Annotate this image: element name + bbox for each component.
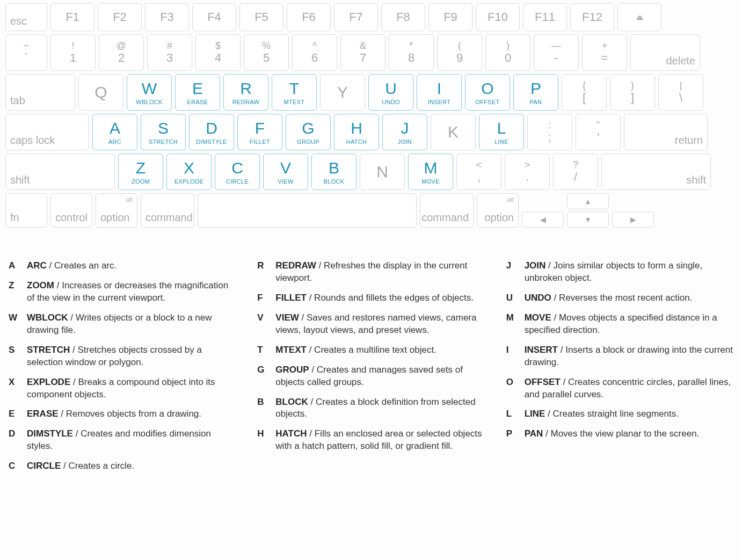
key-x[interactable]: XEXPLODE (166, 154, 212, 190)
key-f9[interactable]: F9 (428, 3, 472, 31)
key-shift-right[interactable]: shift (601, 154, 711, 190)
key-p[interactable]: PPAN (513, 74, 558, 111)
key-arrow-left[interactable]: ◀ (522, 212, 564, 228)
legend-item-o: OOFFSET / Creates concentric circles, pa… (506, 376, 733, 401)
key-return[interactable]: return (624, 114, 708, 150)
legend-item-l: LLINE / Creates straight line segments. (506, 408, 733, 420)
key-f7[interactable]: F7 (334, 3, 378, 31)
legend-item-i: IINSERT / Inserts a block or drawing int… (506, 344, 733, 369)
key-l[interactable]: LLINE (479, 114, 524, 150)
key-o[interactable]: OOFFSET (465, 74, 510, 111)
key-y[interactable]: Y (320, 74, 365, 111)
key-q[interactable]: Q (78, 74, 123, 111)
key-b[interactable]: BBLOCK (311, 154, 357, 190)
key-fn[interactable]: fn (5, 193, 47, 228)
key-num-10[interactable]: )0 (485, 34, 530, 71)
key-delete[interactable]: delete (630, 34, 700, 71)
key-i[interactable]: IINSERT (417, 74, 462, 111)
key-f12[interactable]: F12 (570, 3, 614, 31)
key-z[interactable]: ZZOOM (118, 154, 163, 190)
key-num-4[interactable]: $4 (195, 34, 241, 71)
key-f1[interactable]: F1 (50, 3, 94, 31)
key-e[interactable]: EERASE (175, 74, 220, 111)
key-f2[interactable]: F2 (98, 3, 142, 31)
key-arrow-down[interactable]: ▼ (567, 212, 609, 228)
key-j[interactable]: JJOIN (382, 114, 427, 150)
legend-item-s: SSTRETCH / Stretches objects crossed by … (9, 344, 236, 369)
key-bracket-1[interactable]: }] (610, 74, 655, 111)
key-num-6[interactable]: ^6 (292, 34, 337, 71)
key-num-0[interactable]: ~` (5, 34, 47, 71)
legend-item-r: RREDRAW / Refreshes the display in the c… (257, 260, 484, 285)
key-f4[interactable]: F4 (192, 3, 236, 31)
key-f[interactable]: FFILLET (237, 114, 282, 150)
keyboard-row-function: escF1F2F3F4F5F6F7F8F9F10F11F12⏏ (5, 3, 737, 31)
legend-item-f: FFILLET / Rounds and fillets the edges o… (257, 292, 484, 304)
key-esc[interactable]: esc (5, 3, 47, 31)
keyboard: escF1F2F3F4F5F6F7F8F9F10F11F12⏏ ~`!1@2#3… (5, 3, 737, 228)
key-eject[interactable]: ⏏ (617, 3, 661, 31)
key-k[interactable]: K (431, 114, 476, 150)
key-s[interactable]: SSTRETCH (141, 114, 186, 150)
legend-item-x: XEXPLODE / Breaks a compound object into… (9, 376, 236, 401)
key-a[interactable]: AARC (92, 114, 137, 150)
legend-item-h: HHATCH / Fills an enclosed area or selec… (257, 428, 484, 453)
key-num-9[interactable]: (9 (437, 34, 482, 71)
key-w[interactable]: WWBLOCK (127, 74, 172, 111)
key-option-right[interactable]: optionalt (477, 193, 519, 228)
legend-item-p: PPAN / Moves the view planar to the scre… (506, 428, 733, 440)
key-f5[interactable]: F5 (239, 3, 283, 31)
key-punct4-2[interactable]: ?/ (553, 154, 598, 190)
key-num-5[interactable]: %5 (244, 34, 289, 71)
key-option-left[interactable]: optionalt (96, 193, 137, 228)
legend-item-z: ZZOOM / Increases or decreases the magni… (9, 280, 236, 304)
key-num-3[interactable]: #3 (147, 34, 192, 71)
key-arrow-up[interactable]: ▲ (567, 193, 609, 209)
key-c[interactable]: CCIRCLE (215, 154, 260, 190)
key-punct3-1[interactable]: "' (576, 114, 621, 150)
key-m[interactable]: MMOVE (408, 154, 453, 190)
key-v[interactable]: VVIEW (263, 154, 308, 190)
legend-item-u: UUNDO / Reverses the most recent action. (506, 292, 733, 304)
key-f6[interactable]: F6 (287, 3, 331, 31)
key-control[interactable]: control (50, 193, 92, 228)
key-command-left[interactable]: command (141, 193, 194, 228)
shortcut-legend: AARC / Creates an arc.ZZOOM / Increases … (5, 260, 737, 472)
key-f3[interactable]: F3 (145, 3, 189, 31)
legend-item-v: VVIEW / Saves and restores named views, … (257, 312, 484, 337)
legend-item-c: CCIRCLE / Creates a circle. (9, 460, 236, 472)
key-num-2[interactable]: @2 (99, 34, 144, 71)
key-g[interactable]: GGROUP (286, 114, 331, 150)
legend-item-j: JJOIN / Joins similar objects to form a … (506, 260, 733, 285)
key-num-1[interactable]: !1 (50, 34, 96, 71)
key-r[interactable]: RREDRAW (223, 74, 268, 111)
key-tab[interactable]: tab (5, 74, 75, 111)
key-h[interactable]: HHATCH (334, 114, 379, 150)
legend-item-m: MMOVE / Moves objects a specified distan… (506, 312, 733, 337)
key-space[interactable] (198, 193, 417, 228)
keyboard-row-numbers: ~`!1@2#3$4%5^6&7*8(9)0—-+=delete (5, 34, 737, 71)
key-t[interactable]: TMTEXT (272, 74, 317, 111)
key-d[interactable]: DDIMSTYLE (189, 114, 234, 150)
key-bracket-0[interactable]: {[ (562, 74, 607, 111)
key-f8[interactable]: F8 (381, 3, 425, 31)
key-shift-left[interactable]: shift (5, 154, 115, 190)
key-f10[interactable]: F10 (476, 3, 520, 31)
key-n[interactable]: N (360, 154, 405, 190)
key-u[interactable]: UUNDO (368, 74, 413, 111)
key-punct3-0[interactable]: :; (527, 114, 572, 150)
key-command-right[interactable]: command (420, 193, 474, 228)
key-capslock[interactable]: caps lock (5, 114, 89, 150)
key-num-11[interactable]: —- (534, 34, 579, 71)
key-arrow-right[interactable]: ▶ (612, 212, 654, 228)
key-num-7[interactable]: &7 (340, 34, 385, 71)
key-num-12[interactable]: += (582, 34, 627, 71)
legend-item-t: TMTEXT / Creates a multiline text object… (257, 344, 484, 357)
key-punct4-0[interactable]: <, (456, 154, 501, 190)
key-bracket-2[interactable]: |\ (658, 74, 703, 111)
legend-item-e: EERASE / Removes objects from a drawing. (9, 408, 236, 420)
key-punct4-1[interactable]: >. (505, 154, 550, 190)
keyboard-row-qwerty: tabQWWBLOCKEERASERREDRAWTMTEXTYUUNDOIINS… (5, 74, 737, 111)
key-num-8[interactable]: *8 (389, 34, 434, 71)
key-f11[interactable]: F11 (523, 3, 567, 31)
